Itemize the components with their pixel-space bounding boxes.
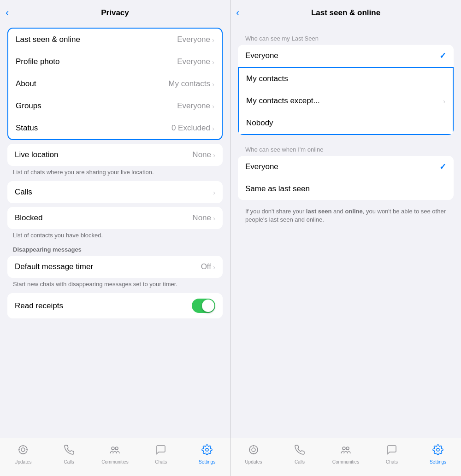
- online-section: Who can see when I'm online Everyone ✓ S…: [238, 139, 454, 200]
- left-bottom-nav: Updates Calls Communities: [0, 438, 230, 476]
- right-header-title: Last seen & online: [311, 8, 380, 18]
- svg-point-10: [252, 448, 255, 452]
- status-right: 0 Excluded ›: [171, 123, 214, 133]
- left-chats-label: Chats: [155, 459, 167, 464]
- svg-point-6: [112, 447, 114, 450]
- groups-item[interactable]: Groups Everyone ›: [8, 95, 222, 117]
- svg-point-17: [437, 448, 439, 451]
- last-seen-mycontacts-except-label: My contacts except...: [246, 96, 320, 106]
- blocked-section: Blocked None › List of contacts you have…: [7, 207, 223, 241]
- read-receipts-toggle[interactable]: [192, 299, 215, 313]
- svg-point-7: [115, 447, 118, 450]
- left-calls-label: Calls: [64, 459, 74, 464]
- last-seen-label: Last seen & online: [16, 35, 80, 44]
- settings-nav-icon: [201, 444, 213, 458]
- footer-bold-online: online: [345, 208, 362, 215]
- last-seen-options-card: Everyone ✓ My contacts My contacts excep…: [238, 45, 454, 135]
- status-item[interactable]: Status 0 Excluded ›: [8, 117, 222, 139]
- last-seen-mycontacts-item[interactable]: My contacts: [239, 68, 453, 90]
- blocked-item[interactable]: Blocked None ›: [7, 207, 223, 229]
- privacy-section: Last seen & online Everyone › Profile ph…: [7, 28, 223, 140]
- left-back-button[interactable]: ‹: [6, 8, 10, 18]
- online-everyone-check-icon: ✓: [439, 162, 446, 172]
- right-panel: ‹ Last seen & online Who can see my Last…: [230, 0, 461, 476]
- svg-point-0: [19, 446, 27, 454]
- default-timer-label: Default message timer: [15, 262, 93, 271]
- live-location-label: Live location: [15, 150, 59, 159]
- left-nav-updates[interactable]: Updates: [0, 442, 46, 467]
- live-location-right: None ›: [192, 150, 215, 159]
- blocked-value: None: [192, 213, 211, 223]
- communities-nav-icon: [109, 444, 120, 458]
- right-communities-icon: [340, 444, 351, 458]
- groups-chevron-icon: ›: [212, 102, 214, 110]
- about-item[interactable]: About My contacts ›: [8, 73, 222, 95]
- online-samelast-item[interactable]: Same as last seen: [238, 178, 454, 200]
- last-seen-outlined-group: My contacts My contacts except... › Nobo…: [238, 67, 454, 135]
- about-chevron-icon: ›: [212, 80, 214, 88]
- last-seen-mycontacts-label: My contacts: [246, 74, 288, 83]
- left-nav-calls[interactable]: Calls: [46, 442, 92, 467]
- groups-value: Everyone: [177, 101, 210, 111]
- svg-point-8: [206, 448, 208, 451]
- right-nav-updates[interactable]: Updates: [230, 442, 277, 467]
- right-back-button[interactable]: ‹: [236, 8, 240, 18]
- blocked-label: Blocked: [15, 213, 42, 223]
- calls-item[interactable]: Calls ›: [7, 181, 223, 203]
- left-nav-chats[interactable]: Chats: [138, 442, 184, 467]
- read-receipts-section: Read receipts: [7, 293, 223, 318]
- left-nav-settings[interactable]: Settings: [184, 442, 230, 467]
- last-seen-section: Who can see my Last Seen Everyone ✓ My c…: [238, 28, 454, 135]
- svg-point-1: [21, 448, 25, 452]
- disappearing-section-title: Disappearing messages: [7, 244, 223, 256]
- online-options-card: Everyone ✓ Same as last seen: [238, 156, 454, 200]
- calls-right: ›: [213, 188, 215, 196]
- right-footer: If you don't share your last seen and on…: [238, 204, 454, 228]
- profile-photo-item[interactable]: Profile photo Everyone ›: [8, 51, 222, 73]
- online-everyone-item[interactable]: Everyone ✓: [238, 156, 454, 178]
- right-chats-icon: [386, 444, 397, 458]
- right-settings-icon: [432, 444, 443, 458]
- blocked-footer: List of contacts you have blocked.: [7, 229, 223, 241]
- about-right: My contacts ›: [168, 79, 214, 88]
- blocked-right: None ›: [192, 213, 215, 223]
- left-header-title: Privacy: [101, 8, 129, 18]
- last-seen-nobody-item[interactable]: Nobody: [239, 112, 453, 134]
- about-label: About: [16, 79, 36, 88]
- left-nav-communities[interactable]: Communities: [92, 442, 138, 467]
- read-receipts-item[interactable]: Read receipts: [7, 293, 223, 318]
- left-updates-label: Updates: [14, 459, 31, 464]
- left-panel: ‹ Privacy Last seen & online Everyone › …: [0, 0, 230, 476]
- live-location-chevron-icon: ›: [213, 151, 215, 159]
- right-settings-label: Settings: [430, 459, 446, 464]
- right-scroll-content: Who can see my Last Seen Everyone ✓ My c…: [230, 24, 461, 438]
- right-nav-chats[interactable]: Chats: [369, 442, 415, 467]
- last-seen-chevron-icon: ›: [212, 36, 214, 44]
- last-seen-everyone-check-icon: ✓: [439, 51, 446, 61]
- disappearing-card: Default message timer Off ›: [7, 256, 223, 278]
- last-seen-mycontacts-except-item[interactable]: My contacts except... ›: [239, 90, 453, 112]
- live-location-item[interactable]: Live location None ›: [7, 144, 223, 166]
- live-location-section: Live location None › List of chats where…: [7, 144, 223, 177]
- svg-point-16: [346, 447, 349, 450]
- privacy-card: Last seen & online Everyone › Profile ph…: [7, 28, 223, 140]
- disappearing-footer: Start new chats with disappearing messag…: [7, 278, 223, 289]
- profile-photo-chevron-icon: ›: [212, 58, 214, 66]
- right-nav-calls[interactable]: Calls: [277, 442, 323, 467]
- right-header: ‹ Last seen & online: [230, 0, 461, 24]
- right-nav-settings[interactable]: Settings: [415, 442, 461, 467]
- last-seen-right: Everyone ›: [177, 35, 214, 44]
- last-seen-everyone-item[interactable]: Everyone ✓: [238, 45, 454, 67]
- right-chats-label: Chats: [386, 459, 398, 464]
- groups-right: Everyone ›: [177, 101, 214, 111]
- left-settings-label: Settings: [199, 459, 215, 464]
- default-timer-chevron-icon: ›: [213, 263, 215, 271]
- blocked-chevron-icon: ›: [213, 214, 215, 222]
- chats-nav-icon: [155, 444, 166, 458]
- live-location-footer: List of chats where you are sharing your…: [7, 166, 223, 177]
- right-nav-communities[interactable]: Communities: [323, 442, 369, 467]
- right-updates-label: Updates: [245, 459, 262, 464]
- online-section-label: Who can see when I'm online: [238, 139, 454, 156]
- last-seen-item[interactable]: Last seen & online Everyone ›: [8, 29, 222, 51]
- default-timer-item[interactable]: Default message timer Off ›: [7, 256, 223, 278]
